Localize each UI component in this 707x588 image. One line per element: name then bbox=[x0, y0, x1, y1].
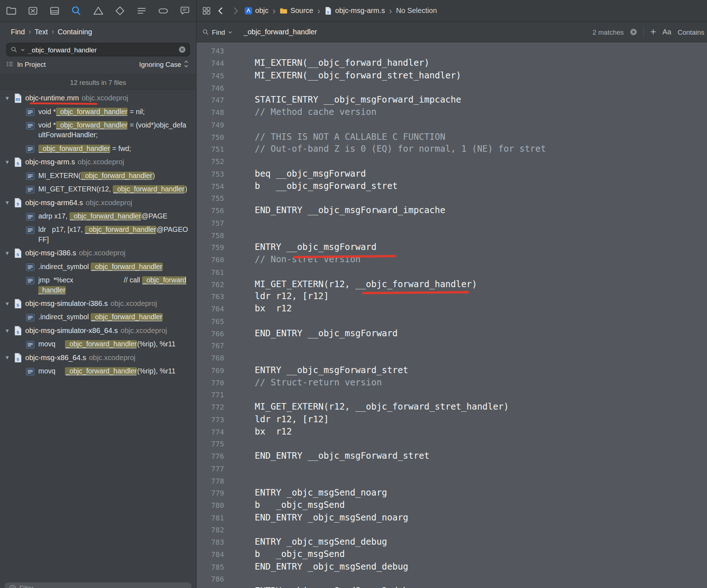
code-line: 743 bbox=[200, 44, 707, 57]
match-case-button[interactable]: Aa bbox=[663, 28, 671, 36]
line-number: 771 bbox=[200, 389, 224, 401]
jump-bar: objc › Source › s objc-msg-arm.s › No Se… bbox=[197, 0, 707, 22]
diamond-icon[interactable] bbox=[114, 5, 125, 17]
search-match-row[interactable]: void *_objc_forward_handler = nil; bbox=[0, 105, 196, 118]
code-line: 772MI_GET_EXTERN(r12, __objc_forward_str… bbox=[200, 401, 707, 413]
capsule-icon[interactable] bbox=[157, 5, 169, 17]
search-icon[interactable] bbox=[70, 5, 82, 17]
file-project: objc.xcodeproj bbox=[79, 249, 192, 257]
match-highlight: _objc_forward_handler bbox=[65, 340, 137, 348]
search-match-row[interactable]: void *_objc_forward_handler = (void*)obj… bbox=[0, 118, 196, 142]
find-mode-label: Find bbox=[212, 28, 225, 36]
search-match-row[interactable]: MI_EXTERN(_objc_forward_handler) bbox=[0, 169, 196, 182]
cross-box-icon[interactable] bbox=[27, 5, 39, 17]
search-match-row[interactable]: movq _objc_forward_handler(%rip), %r11 bbox=[0, 364, 196, 378]
file-row[interactable]: ▼sobjc-msg-simulator-x86_64.sobjc.xcodep… bbox=[0, 324, 196, 337]
clear-search-button[interactable] bbox=[179, 46, 186, 53]
code-text bbox=[224, 574, 255, 584]
match-count: 2 matches bbox=[592, 28, 624, 36]
code-line: 759ENTRY __objc_msgForward bbox=[200, 241, 707, 253]
folder-icon[interactable] bbox=[5, 5, 17, 17]
disclosure-triangle-icon[interactable]: ▼ bbox=[4, 200, 10, 206]
match-style-dropdown[interactable]: Contains bbox=[678, 28, 704, 36]
match-doc-icon bbox=[26, 172, 35, 180]
find-breadcrumb-find[interactable]: Find bbox=[11, 28, 25, 36]
search-match-row[interactable]: .indirect_symbol _objc_forward_handler bbox=[0, 310, 196, 324]
breadcrumb-selection-label: No Selection bbox=[396, 7, 437, 15]
case-mode-label: Ignoring Case bbox=[139, 60, 181, 68]
file-project: objc.xcodeproj bbox=[111, 300, 192, 308]
rows-box-icon[interactable] bbox=[49, 5, 60, 17]
line-number: 773 bbox=[200, 414, 224, 426]
filter-field[interactable]: Filter bbox=[4, 582, 192, 588]
file-row[interactable]: ▼sobjc-msg-arm64.sobjc.xcodeproj bbox=[0, 196, 196, 209]
search-match-row[interactable]: .indirect_symbol _objc_forward_handler bbox=[0, 260, 196, 273]
disclosure-triangle-icon[interactable]: ▼ bbox=[4, 328, 10, 334]
code-text bbox=[224, 316, 255, 326]
file-row[interactable]: ▼sobjc-msg-simulator-i386.sobjc.xcodepro… bbox=[0, 297, 196, 310]
code-line: 768 bbox=[200, 351, 707, 364]
list-icon[interactable] bbox=[136, 5, 147, 17]
search-match-row[interactable]: movq _objc_forward_handler(%rip), %r11 bbox=[0, 337, 196, 351]
svg-text:s: s bbox=[16, 201, 19, 207]
code-line: 747STATIC_ENTRY __objc_msgForward_impcac… bbox=[200, 94, 707, 106]
chevron-down-icon[interactable] bbox=[20, 47, 25, 52]
comment-icon[interactable] bbox=[179, 5, 190, 17]
search-match-row[interactable]: MI_GET_EXTERN(r12, _objc_forward_handler… bbox=[0, 182, 196, 196]
scope-selector[interactable]: In Project bbox=[6, 60, 46, 68]
find-breadcrumb-text[interactable]: Text bbox=[35, 28, 48, 36]
line-number: 779 bbox=[200, 487, 224, 499]
xcode-window: objc › Source › s objc-msg-arm.s › No Se… bbox=[0, 0, 707, 588]
match-text: void *_objc_forward_handler = (void*)obj… bbox=[38, 120, 188, 140]
line-number: 763 bbox=[200, 291, 224, 303]
code-comment: // THIS IS NOT A CALLABLE C FUNCTION bbox=[224, 131, 445, 142]
search-match-row[interactable]: adrp x17, _objc_forward_handler@PAGE bbox=[0, 209, 196, 223]
line-number: 760 bbox=[200, 254, 224, 266]
find-bar-input[interactable]: _objc_forward_handler bbox=[244, 28, 589, 36]
related-items-icon[interactable] bbox=[201, 5, 212, 16]
line-number: 762 bbox=[200, 278, 224, 291]
match-highlight: _objc_forward_handler bbox=[38, 144, 110, 152]
disclosure-triangle-icon[interactable]: ▼ bbox=[4, 301, 10, 307]
file-row[interactable]: ▼sobjc-msg-i386.sobjc.xcodeproj bbox=[0, 246, 196, 260]
folder-icon bbox=[279, 7, 287, 15]
disclosure-triangle-icon[interactable]: ▼ bbox=[4, 95, 10, 101]
match-doc-icon bbox=[26, 341, 35, 349]
code-text bbox=[224, 438, 255, 449]
match-text: MI_EXTERN(_objc_forward_handler) bbox=[38, 171, 188, 181]
disclosure-triangle-icon[interactable]: ▼ bbox=[4, 159, 10, 165]
file-row[interactable]: ▼sobjc-msg-arm.sobjc.xcodeproj bbox=[0, 155, 196, 169]
back-button[interactable] bbox=[215, 5, 226, 16]
code-text: END_ENTRY _objc_msgSend_noarg bbox=[224, 512, 408, 523]
find-breadcrumb: Find › Text › Containing bbox=[0, 22, 196, 42]
breadcrumb-project[interactable]: objc bbox=[244, 7, 269, 15]
file-row[interactable]: ▼sobjc-msg-x86_64.sobjc.xcodeproj bbox=[0, 351, 196, 364]
stepper-icon[interactable] bbox=[184, 60, 189, 69]
search-match-row[interactable]: _objc_forward_handler = fwd; bbox=[0, 142, 196, 155]
code-editor[interactable]: 743744MI_EXTERN(__objc_forward_handler)7… bbox=[197, 42, 707, 588]
clear-find-button[interactable] bbox=[630, 29, 637, 36]
breadcrumb-group[interactable]: Source bbox=[279, 7, 313, 15]
scope-list-icon bbox=[6, 60, 13, 68]
file-row[interactable]: ▼mobjc-runtime.mmobjc.xcodeproj bbox=[0, 91, 196, 105]
svg-text:s: s bbox=[16, 302, 19, 308]
warning-icon[interactable] bbox=[92, 5, 104, 17]
search-input[interactable]: _objc_forward_handler bbox=[6, 43, 190, 56]
case-mode-selector[interactable]: Ignoring Case bbox=[139, 60, 189, 69]
breadcrumb-file[interactable]: s objc-msg-arm.s bbox=[324, 7, 385, 15]
find-breadcrumb-containing[interactable]: Containing bbox=[57, 28, 92, 36]
add-find-option-button[interactable]: + bbox=[650, 27, 656, 37]
line-number: 757 bbox=[200, 217, 224, 229]
breadcrumb-selection[interactable]: No Selection bbox=[396, 7, 437, 15]
code-line: 771 bbox=[200, 388, 707, 401]
find-mode-dropdown[interactable]: Find bbox=[202, 28, 233, 36]
disclosure-triangle-icon[interactable]: ▼ bbox=[4, 355, 10, 361]
forward-button[interactable] bbox=[230, 5, 241, 16]
search-match-row[interactable]: ldr p17, [x17, _objc_forward_handler@PAG… bbox=[0, 223, 196, 246]
svg-text:m: m bbox=[16, 97, 20, 102]
code-line: 760// Non-stret version bbox=[200, 253, 707, 265]
svg-text:s: s bbox=[16, 252, 19, 257]
divider bbox=[644, 27, 644, 37]
search-match-row[interactable]: jmp *%ecx // call _objc_forward_handler bbox=[0, 273, 196, 297]
disclosure-triangle-icon[interactable]: ▼ bbox=[4, 250, 10, 256]
